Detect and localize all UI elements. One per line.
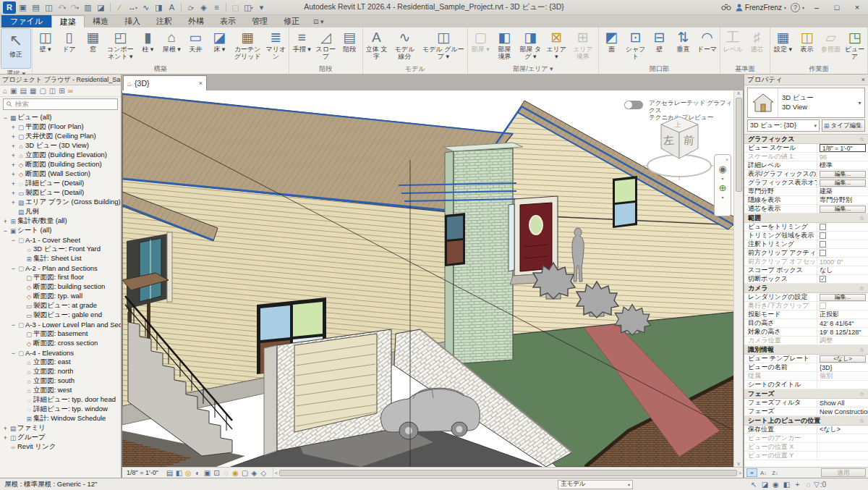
background-processes-icon[interactable]: ◌: [803, 481, 814, 489]
tree-item[interactable]: ⊞集計: Window Schedule: [0, 414, 121, 423]
properties-close-icon[interactable]: ×: [861, 76, 865, 83]
tree-item[interactable]: +◌詳細ビュー (Detail): [0, 179, 121, 188]
horizontal-scroll-thumb[interactable]: [279, 470, 737, 476]
instance-selector[interactable]: 3D ビュー: {3D} ▾: [747, 119, 820, 132]
search-icon[interactable]: [721, 4, 731, 11]
tab-挿入[interactable]: 挿入: [116, 15, 148, 28]
view-tab-close-icon[interactable]: ×: [199, 80, 203, 87]
3d-canvas[interactable]: アクセラレーテッド グラフィックス テクニカル プレビュー 上 左 前: [122, 90, 744, 467]
type-selector-dropdown-icon[interactable]: ▾: [855, 88, 864, 117]
design-option-select[interactable]: 主モデル ▾: [558, 480, 633, 489]
ribbon-button-area[interactable]: ⊠エリア ▾: [545, 28, 569, 64]
measure-icon[interactable]: ∕: [114, 1, 126, 14]
property-group-header[interactable]: シート上のビューの位置☆: [744, 416, 868, 426]
crop-view-icon[interactable]: ▣: [203, 469, 212, 477]
filter-button[interactable]: ▽ :0: [814, 481, 826, 489]
ribbon-button-mullion[interactable]: ≣マリオン: [264, 28, 288, 64]
scroll-left-icon[interactable]: <: [275, 470, 278, 476]
ribbon-button-curtain-grid[interactable]: ▦カーテン グリッド: [231, 28, 264, 64]
tab-構造[interactable]: 構造: [85, 15, 116, 28]
ribbon-button-ramp[interactable]: ◿スロープ: [314, 28, 338, 64]
browser-families-icon[interactable]: ▢: [39, 87, 46, 95]
save-orientation-icon[interactable]: ◇: [259, 469, 268, 477]
ribbon-button-door[interactable]: ▯ドア: [57, 28, 81, 64]
tree-item[interactable]: +▤ファミリ: [0, 423, 121, 433]
thin-lines-icon[interactable]: ≡: [210, 1, 223, 14]
pin-icon[interactable]: ☆: [859, 347, 864, 353]
vertical-scrollbar[interactable]: ∧ ∨: [733, 90, 743, 467]
tag-icon[interactable]: ◨: [153, 1, 165, 14]
user-account-button[interactable]: FrenzFrenz ▾: [736, 4, 786, 12]
switch-windows-icon[interactable]: ◫▾: [242, 1, 255, 14]
temporary-view-properties-icon[interactable]: ▢: [240, 469, 250, 477]
ribbon-button-room-separator[interactable]: ◧部屋 境界: [493, 28, 516, 64]
tree-item[interactable]: ▭製図ビュー: at grade: [0, 301, 121, 311]
tree-expand-icon[interactable]: +: [10, 133, 17, 140]
ribbon-button-dormer[interactable]: ◠ドーマ: [695, 28, 719, 64]
type-selector[interactable]: 3D ビュー 3D View ▾: [747, 88, 865, 118]
tab-表示[interactable]: 表示: [212, 15, 244, 28]
shadows-icon[interactable]: ◐: [193, 469, 203, 477]
tree-item[interactable]: ⌂立面図: east: [0, 358, 121, 367]
app-menu-icon[interactable]: R: [3, 1, 16, 14]
drag-elements-on-selection-icon[interactable]: +: [792, 481, 803, 489]
tab-外構[interactable]: 外構: [180, 15, 212, 28]
tree-item[interactable]: ◇断面図: typ. wall: [0, 292, 121, 301]
property-checkbox[interactable]: [820, 224, 826, 230]
ribbon-button-floor[interactable]: ◪床 ▾: [208, 28, 231, 64]
tab-管理[interactable]: 管理: [244, 15, 276, 28]
property-checkbox[interactable]: [820, 232, 826, 239]
aligned-dimension-icon[interactable]: ↔▾: [127, 1, 139, 14]
tree-item[interactable]: −▣シート (all): [0, 226, 121, 235]
highlight-displacement-sets-icon[interactable]: ◈: [250, 469, 259, 477]
tree-item[interactable]: −▢A-4 - Elevations: [0, 348, 121, 358]
pin-icon[interactable]: ☆: [859, 215, 864, 221]
tree-item[interactable]: ◇断面図: building section: [0, 282, 121, 292]
tree-item[interactable]: ▤凡例: [0, 207, 121, 216]
tree-expand-icon[interactable]: −: [2, 114, 9, 122]
steering-wheel-icon[interactable]: ◉: [718, 164, 726, 174]
tree-expand-icon[interactable]: +: [10, 124, 17, 131]
tree-expand-icon[interactable]: +: [10, 190, 17, 197]
select-underlay-elements-icon[interactable]: ◪: [760, 481, 770, 489]
property-checkbox[interactable]: ✓: [820, 276, 826, 282]
property-checkbox[interactable]: [820, 241, 826, 248]
minimize-button[interactable]: –: [809, 3, 825, 12]
views-icon[interactable]: ▣: [17, 1, 29, 14]
scroll-down-icon[interactable]: ∨: [736, 461, 740, 467]
tree-expand-icon[interactable]: +: [10, 199, 17, 206]
select-elements-by-face-icon[interactable]: ◧: [781, 481, 792, 489]
tree-item[interactable]: +⌂立面図 (Building Elevation): [0, 151, 121, 160]
tab-file[interactable]: ファイル: [1, 15, 51, 28]
tree-item[interactable]: +▨エリア プラン (Gross Building): [0, 198, 121, 207]
search-input[interactable]: 検索: [3, 98, 118, 110]
property-edit-button[interactable]: 編集...: [820, 206, 866, 213]
maximize-button[interactable]: □: [829, 3, 845, 12]
tree-expand-icon[interactable]: −: [10, 321, 17, 329]
ribbon-button-column[interactable]: ▮柱 ▾: [136, 28, 160, 64]
tree-item[interactable]: +▢平面図 (Floor Plan): [0, 122, 121, 132]
property-input[interactable]: 1/8" = 1'-0": [820, 144, 866, 152]
tree-item[interactable]: ▢平面図: first floor: [0, 273, 121, 282]
ribbon-button-window[interactable]: ▦窓: [81, 28, 105, 64]
pin-icon[interactable]: ☆: [859, 418, 864, 424]
tree-expand-icon[interactable]: +: [10, 143, 17, 150]
browser-sheets-icon[interactable]: ▤: [20, 87, 27, 95]
tree-expand-icon[interactable]: −: [2, 227, 9, 235]
apply-button[interactable]: 適用: [821, 468, 866, 477]
tree-expand-icon[interactable]: −: [10, 350, 17, 357]
inactive-views-icon[interactable]: ▢: [229, 1, 242, 14]
sort-descending-icon[interactable]: Z↓: [770, 468, 780, 477]
tree-item[interactable]: ▢平面図: basement: [0, 329, 121, 339]
temporary-hide-isolate-icon[interactable]: ◌: [221, 469, 231, 477]
open-icon[interactable]: ▤: [30, 1, 42, 14]
project-browser-header[interactable]: プロジェクト ブラウザ - Residential_Sample_Projec.…: [0, 75, 121, 85]
ribbon-button-roof[interactable]: ⌂屋根 ▾: [160, 28, 184, 64]
tab-注釈[interactable]: 注釈: [148, 15, 180, 28]
property-group-header[interactable]: カメラ☆: [744, 284, 868, 293]
tree-item[interactable]: ▭製図ビュー: gable end: [0, 311, 121, 320]
close-inactive-icon[interactable]: ◪: [95, 1, 107, 14]
ribbon-button-railing[interactable]: ≡手摺 ▾: [290, 28, 314, 64]
tree-item[interactable]: +◫グループ: [0, 433, 121, 442]
tree-item[interactable]: ⊞集計: Sheet List: [0, 254, 121, 263]
